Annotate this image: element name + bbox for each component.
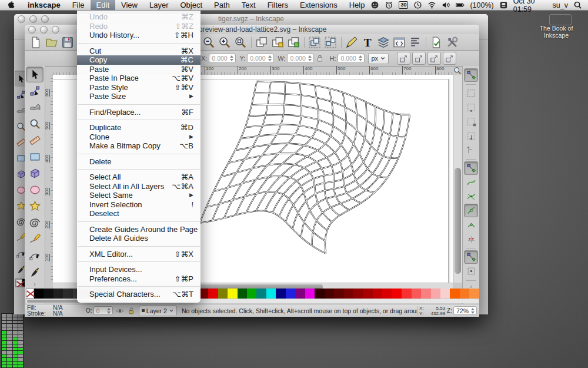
color-swatch[interactable]: [334, 289, 343, 299]
menubar-item-edit[interactable]: Edit: [91, 0, 115, 10]
color-swatch[interactable]: [440, 289, 450, 299]
apple-menu[interactable]: [0, 0, 22, 11]
menu-item-paste[interactable]: Paste⌘V: [77, 65, 201, 74]
menu-item-undo-history[interactable]: Undo History...⇧⌘H: [77, 31, 201, 40]
open-folder-button[interactable]: [45, 36, 58, 49]
color-swatch[interactable]: [238, 289, 247, 299]
time-machine-icon[interactable]: [413, 1, 422, 9]
color-swatch[interactable]: [450, 289, 459, 299]
spotlight-icon[interactable]: [573, 1, 582, 9]
color-swatch[interactable]: [44, 289, 53, 299]
unlink-clone-button[interactable]: [287, 36, 300, 49]
tool-selector-button[interactable]: [26, 67, 44, 82]
snap-bbox-corner-button[interactable]: [464, 115, 478, 128]
vertical-scrollbar[interactable]: [453, 75, 463, 283]
menubar-item-extensions[interactable]: Extensions: [294, 0, 343, 10]
align-button[interactable]: [409, 36, 422, 49]
menubar-item-filters[interactable]: Filters: [262, 0, 294, 10]
menu-item-special-characters[interactable]: Special Characters...⌥⌘T: [77, 290, 201, 299]
menu-item-duplicate[interactable]: Duplicate⌘D: [77, 123, 201, 132]
alarm-icon[interactable]: [385, 1, 393, 9]
snap-path-button[interactable]: [464, 175, 478, 189]
menu-item-input-devices[interactable]: Input Devices...: [77, 265, 201, 274]
no-color-swatch[interactable]: [26, 289, 34, 299]
tool-pen-button[interactable]: [26, 248, 44, 264]
xml-editor-button[interactable]: [393, 36, 406, 49]
tool-calligraphy-button[interactable]: [26, 264, 44, 280]
snap-master-button[interactable]: [464, 161, 478, 175]
tool-zoom-button[interactable]: [26, 116, 44, 132]
layer-lock-icon[interactable]: [127, 307, 135, 315]
tool-tweak-button[interactable]: [26, 100, 44, 115]
new-document-button[interactable]: [29, 36, 42, 49]
snap-intersect-button[interactable]: [464, 190, 478, 203]
save-button[interactable]: [61, 36, 74, 49]
color-swatch[interactable]: [228, 289, 237, 299]
clone-button[interactable]: [271, 36, 284, 49]
color-swatch[interactable]: [286, 289, 295, 299]
snap-corner-dot-button[interactable]: [464, 143, 478, 157]
zoom-field[interactable]: 72%: [453, 306, 477, 315]
snap-cusp-button[interactable]: [464, 218, 478, 231]
app-menu[interactable]: inkscape: [22, 0, 66, 10]
zoom-button[interactable]: [52, 26, 59, 34]
x-field[interactable]: 0.000: [209, 54, 236, 63]
duplicate-button[interactable]: [255, 36, 268, 49]
zoom-button[interactable]: [41, 15, 49, 23]
preferences-button[interactable]: [446, 36, 459, 49]
color-swatch[interactable]: [363, 289, 372, 299]
snap-master-button[interactable]: [464, 250, 478, 264]
color-swatch[interactable]: [412, 289, 421, 299]
color-swatch[interactable]: [34, 289, 44, 299]
color-swatch[interactable]: [431, 289, 440, 299]
group-button[interactable]: [308, 36, 321, 49]
color-swatch[interactable]: [460, 289, 469, 299]
layer-visibility-icon[interactable]: [116, 307, 124, 315]
ungroup-button[interactable]: [324, 36, 337, 49]
opacity-field[interactable]: 0: [93, 306, 113, 315]
menubar-item-layer[interactable]: Layer: [143, 0, 175, 10]
color-swatch[interactable]: [382, 289, 392, 299]
menu-item-paste-in-place[interactable]: Paste In Place⌥⌘V: [77, 74, 201, 83]
menubar-item-file[interactable]: File: [66, 0, 91, 10]
volume-icon[interactable]: [442, 1, 450, 9]
menu-item-invert-selection[interactable]: Invert Selection!: [77, 200, 201, 210]
menubar-item-help[interactable]: Help: [343, 0, 371, 10]
vertical-scrollbar-thumb[interactable]: [455, 168, 461, 274]
no-color-swatch[interactable]: [16, 279, 22, 287]
tool-ellipse-button[interactable]: [26, 182, 44, 198]
snap-master-button[interactable]: [464, 68, 478, 82]
y-field[interactable]: 0.000: [247, 54, 274, 63]
menu-item-paste-size[interactable]: Paste Size▶: [77, 92, 201, 101]
transform-corners-toggle[interactable]: [412, 52, 426, 65]
menu-item-select-all-in-all-layers[interactable]: Select All in All Layers⌥⌘A: [77, 182, 201, 191]
menu-item-create-guides-around-the-page[interactable]: Create Guides Around the Page: [77, 225, 201, 234]
snap-red-button[interactable]: [464, 232, 478, 246]
tool-star-button[interactable]: [26, 198, 44, 214]
tool-node-editor-button[interactable]: [26, 83, 44, 99]
fill-stroke-button[interactable]: [345, 36, 358, 49]
menu-item-clone[interactable]: Clone▶: [77, 132, 201, 142]
h-field[interactable]: 0.000: [338, 54, 365, 63]
tool-pencil-button[interactable]: [26, 231, 44, 247]
minimize-button[interactable]: [40, 26, 48, 34]
color-swatch[interactable]: [402, 289, 411, 299]
layer-select[interactable]: Layer 2: [139, 306, 177, 316]
menu-item-paste-style[interactable]: Paste Style⇧⌘V: [77, 83, 201, 92]
menubar-item-text[interactable]: Text: [236, 0, 262, 10]
color-swatch[interactable]: [63, 289, 72, 299]
menu-item-preferences[interactable]: Preferences...⇧⌘P: [77, 274, 201, 284]
snap-bbox-button[interactable]: [464, 87, 478, 100]
snap-objcenter-button[interactable]: [464, 264, 478, 278]
color-swatch[interactable]: [305, 289, 315, 299]
menubar-clock[interactable]: Oct 30 01:59: [513, 0, 547, 14]
close-button[interactable]: [28, 26, 36, 34]
menu-item-select-all[interactable]: Select All⌘A: [77, 173, 201, 182]
unit-select[interactable]: px: [368, 53, 389, 64]
zoom-corner-icon[interactable]: [453, 67, 462, 75]
stroke-value[interactable]: N/A: [53, 311, 86, 317]
w-field[interactable]: 0.000: [287, 54, 314, 63]
layers-button[interactable]: [377, 36, 390, 49]
snap-bbox-mid-button[interactable]: [464, 129, 478, 142]
color-swatch[interactable]: [373, 289, 382, 299]
